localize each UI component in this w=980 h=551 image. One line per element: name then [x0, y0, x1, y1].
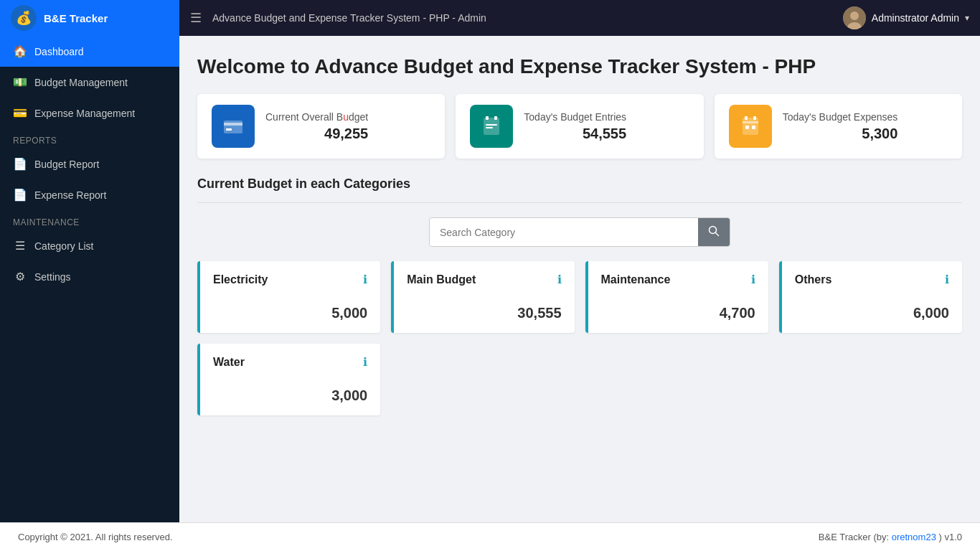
svg-rect-12: [745, 116, 748, 120]
logo-icon: 💰: [11, 5, 37, 31]
stat-label-entries: Today's Budget Entries: [524, 111, 626, 123]
svg-rect-16: [752, 126, 755, 129]
category-value-maintenance: 4,700: [601, 305, 755, 321]
sidebar: 🏠 Dashboard 💵 Budget Management 💳 Expens…: [0, 36, 179, 522]
navbar-center: ☰ Advance Budget and Expense Tracker Sys…: [179, 10, 843, 26]
sidebar-item-settings[interactable]: ⚙ Settings: [0, 261, 179, 292]
svg-rect-9: [486, 124, 497, 126]
navbar-right: Adminstrator Admin ▾: [843, 6, 980, 29]
sidebar-item-budget-report[interactable]: 📄 Budget Report: [0, 149, 179, 179]
category-info-icon-maintenance[interactable]: ℹ: [751, 273, 755, 286]
svg-rect-8: [494, 116, 497, 120]
sidebar-item-expense-management[interactable]: 💳 Expense Management: [0, 98, 179, 128]
user-name[interactable]: Adminstrator Admin: [872, 12, 959, 24]
footer-credit: B&E Tracker (by: oretnom23 ) v1.0: [819, 532, 962, 542]
category-value-electricity: 5,000: [213, 305, 367, 321]
expense-report-icon: 📄: [13, 188, 27, 202]
category-card-main-budget: Main Budget ℹ 30,555: [391, 261, 574, 333]
stat-label-overall: Current Overall Budget: [265, 111, 368, 123]
expense-icon: 💳: [13, 106, 27, 120]
sidebar-item-category-list[interactable]: ☰ Category List: [0, 230, 179, 261]
category-value-water: 3,000: [213, 387, 367, 404]
svg-rect-11: [743, 118, 758, 135]
stat-icon-budget: [212, 105, 255, 148]
svg-line-18: [716, 233, 719, 236]
main-content: Welcome to Advance Budget and Expense Tr…: [179, 36, 980, 522]
svg-point-1: [850, 11, 859, 20]
stats-row: Current Overall Budget 49,255: [197, 94, 962, 159]
search-input[interactable]: [430, 220, 698, 245]
section-divider: [197, 202, 962, 203]
category-name-water: Water: [213, 356, 245, 369]
category-list-icon: ☰: [13, 239, 27, 253]
svg-rect-15: [745, 126, 749, 129]
category-card-electricity: Electricity ℹ 5,000: [197, 261, 380, 333]
svg-rect-10: [486, 127, 493, 128]
stat-card-budget-entries: Today's Budget Entries 54,555: [456, 94, 703, 159]
category-grid: Electricity ℹ 5,000 Main Budget ℹ 30,555…: [197, 261, 962, 415]
category-info-icon-electricity[interactable]: ℹ: [363, 273, 367, 286]
stat-icon-entries: [470, 105, 513, 148]
category-info-icon-main-budget[interactable]: ℹ: [557, 273, 562, 286]
brand-name: B&E Tracker: [44, 12, 108, 24]
budget-report-icon: 📄: [13, 157, 27, 171]
footer-credit-link[interactable]: oretnom23: [892, 532, 936, 542]
svg-rect-14: [743, 121, 758, 123]
page-title: Welcome to Advance Budget and Expense Tr…: [197, 54, 962, 80]
sidebar-label-settings: Settings: [34, 271, 71, 283]
sidebar-label-budget-report: Budget Report: [34, 159, 99, 170]
search-button[interactable]: [698, 218, 730, 246]
sidebar-label-category: Category List: [34, 240, 93, 252]
sidebar-label-expense-report: Expense Report: [34, 189, 106, 201]
sidebar-section-maintenance: Maintenance: [0, 210, 179, 230]
stat-card-budget-expenses: Today's Budget Expenses 5,300: [715, 94, 962, 159]
footer-copyright: Copyright © 2021. All rights reserved.: [18, 532, 173, 542]
category-name-others: Others: [795, 273, 832, 286]
svg-rect-7: [486, 116, 489, 120]
sidebar-item-budget-management[interactable]: 💵 Budget Management: [0, 67, 179, 98]
category-info-icon-water[interactable]: ℹ: [363, 355, 367, 369]
category-card-others: Others ℹ 6,000: [779, 261, 962, 333]
stat-value-overall: 49,255: [265, 126, 368, 142]
budget-icon: 💵: [13, 75, 27, 89]
svg-rect-6: [484, 118, 499, 135]
sidebar-section-reports: Reports: [0, 128, 179, 149]
category-name-maintenance: Maintenance: [601, 273, 671, 286]
svg-rect-5: [226, 128, 232, 131]
stat-icon-expenses: [729, 105, 772, 148]
svg-rect-4: [224, 123, 242, 126]
category-card-water: Water ℹ 3,000: [197, 344, 380, 415]
hamburger-icon[interactable]: ☰: [190, 10, 202, 26]
avatar: [843, 6, 866, 29]
category-name-electricity: Electricity: [213, 273, 268, 286]
dashboard-icon: 🏠: [13, 44, 27, 58]
sidebar-item-expense-report[interactable]: 📄 Expense Report: [0, 179, 179, 210]
sidebar-item-dashboard[interactable]: 🏠 Dashboard: [0, 36, 179, 67]
sidebar-label-budget: Budget Management: [34, 77, 128, 88]
footer: Copyright © 2021. All rights reserved. B…: [0, 522, 980, 551]
navbar-title: Advance Budget and Expense Tracker Syste…: [212, 12, 486, 24]
stat-value-entries: 54,555: [524, 126, 626, 142]
category-value-main-budget: 30,555: [407, 305, 561, 321]
stat-card-overall-budget: Current Overall Budget 49,255: [197, 94, 445, 159]
sidebar-label-dashboard: Dashboard: [34, 46, 84, 57]
svg-rect-3: [224, 121, 242, 133]
search-bar: [429, 217, 730, 247]
stat-value-expenses: 5,300: [783, 126, 898, 142]
stat-label-expenses: Today's Budget Expenses: [783, 111, 898, 123]
categories-section-title: Current Budget in each Categories: [197, 176, 962, 192]
svg-rect-13: [753, 116, 756, 120]
search-bar-row: [197, 217, 962, 247]
category-info-icon-others[interactable]: ℹ: [945, 273, 949, 286]
category-name-main-budget: Main Budget: [407, 273, 476, 286]
user-dropdown-icon[interactable]: ▾: [965, 13, 969, 23]
category-value-others: 6,000: [795, 305, 949, 321]
stat-highlight: u: [343, 111, 349, 123]
category-card-maintenance: Maintenance ℹ 4,700: [585, 261, 768, 333]
sidebar-label-expense: Expense Management: [34, 108, 135, 119]
settings-icon: ⚙: [13, 270, 27, 283]
brand: 💰 B&E Tracker: [0, 0, 179, 36]
